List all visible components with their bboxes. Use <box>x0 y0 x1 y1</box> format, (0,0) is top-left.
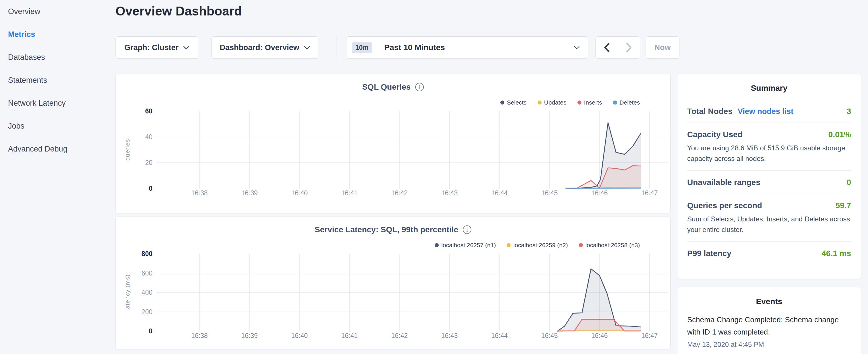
x-tick-label: 16:47 <box>641 189 658 197</box>
summary-heading: Summary <box>687 84 851 93</box>
summary-row: Capacity Used0.01%You are using 28.6 MiB… <box>687 123 851 170</box>
event-message: Schema Change Completed: Schema change w… <box>687 314 851 338</box>
dashboard-dropdown[interactable]: Dashboard: Overview <box>212 36 318 59</box>
view-nodes-list-link[interactable]: View nodes list <box>738 107 794 116</box>
service-latency-plot: 16:3816:3916:4016:4116:4216:4316:4416:45… <box>116 249 671 345</box>
legend-dot-icon <box>435 243 439 247</box>
x-tick-label: 16:41 <box>341 332 358 340</box>
legend-dot-icon <box>578 100 582 104</box>
y-tick-label: 0 <box>149 185 152 192</box>
legend-dot-icon <box>579 243 583 247</box>
time-range-dropdown[interactable]: 10m Past 10 Minutes <box>346 36 588 59</box>
chart-title-row: Service Latency: SQL, 99th percentile i <box>116 225 670 234</box>
summary-label: P99 latency <box>687 249 731 258</box>
summary-label: Capacity Used <box>687 130 743 139</box>
summary-row-top: Queries per second59.7 <box>687 201 851 210</box>
summary-label: Total Nodes <box>687 107 733 116</box>
x-tick-label: 16:40 <box>291 189 308 197</box>
legend-item[interactable]: Inserts <box>578 99 602 106</box>
app-root: OverviewMetricsDatabasesStatementsNetwor… <box>0 0 868 354</box>
service-latency-chart-panel: Service Latency: SQL, 99th percentile i … <box>116 216 671 349</box>
y-tick-label: 600 <box>142 269 152 277</box>
summary-value: 0.01% <box>829 130 851 139</box>
sidebar-item-statements[interactable]: Statements <box>0 69 116 92</box>
summary-value: 46.1 ms <box>822 249 851 258</box>
summary-panel: Summary Total NodesView nodes list3Capac… <box>677 74 861 279</box>
legend-dot-icon <box>613 100 617 104</box>
chart-title: Service Latency: SQL, 99th percentile <box>315 225 458 234</box>
legend-item[interactable]: Updates <box>537 99 566 106</box>
summary-row: Unavailable ranges0 <box>687 170 851 194</box>
sidebar: OverviewMetricsDatabasesStatementsNetwor… <box>0 0 116 354</box>
legend-dot-icon <box>507 243 510 247</box>
sidebar-item-databases[interactable]: Databases <box>0 46 116 69</box>
x-tick-label: 16:43 <box>441 332 458 340</box>
now-button[interactable]: Now <box>646 36 679 59</box>
x-tick-label: 16:42 <box>391 189 408 197</box>
sidebar-item-metrics[interactable]: Metrics <box>0 23 116 46</box>
time-range-label: Past 10 Minutes <box>384 43 445 52</box>
legend-label: Selects <box>507 99 527 106</box>
summary-label: Queries per second <box>687 201 762 210</box>
x-tick-label: 16:45 <box>541 189 558 197</box>
legend-item[interactable]: localhost:26259 (n2) <box>507 242 568 249</box>
chart-legend: localhost:26257 (n1)localhost:26259 (n2)… <box>435 242 640 249</box>
legend-item[interactable]: localhost:26257 (n1) <box>435 242 496 249</box>
summary-value: 0 <box>846 178 851 187</box>
x-tick-label: 16:44 <box>491 332 508 340</box>
sidebar-item-jobs[interactable]: Jobs <box>0 115 116 137</box>
chart-title: SQL Queries <box>362 83 411 92</box>
summary-items: Total NodesView nodes list3Capacity Used… <box>687 100 851 265</box>
time-step-back-button[interactable] <box>596 37 618 58</box>
sql-queries-plot: 16:3816:3916:4016:4116:4216:4316:4416:45… <box>116 106 671 202</box>
x-tick-label: 16:47 <box>641 332 658 340</box>
time-step-forward-button[interactable] <box>618 37 640 58</box>
dashboard-dropdown-label: Dashboard: Overview <box>220 43 300 52</box>
events-heading: Events <box>687 297 851 306</box>
legend-label: Inserts <box>584 99 602 106</box>
y-tick-label: 800 <box>142 250 152 257</box>
summary-row: P99 latency46.1 ms <box>687 242 851 265</box>
legend-label: Deletes <box>620 99 640 106</box>
time-step-button-group <box>595 36 640 59</box>
event-item: Schema Change Completed: Schema change w… <box>687 314 851 349</box>
chevron-down-icon <box>183 46 189 50</box>
events-list: Schema Change Completed: Schema change w… <box>687 314 851 349</box>
summary-value: 3 <box>846 107 851 116</box>
sidebar-item-overview[interactable]: Overview <box>0 0 116 23</box>
event-timestamp: May 13, 2020 at 4:45 PM <box>687 341 851 349</box>
y-axis-title: queries <box>124 139 131 161</box>
x-tick-label: 16:38 <box>191 189 208 197</box>
summary-row: Queries per second59.7Sum of Selects, Up… <box>687 194 851 242</box>
time-range-badge: 10m <box>351 42 372 53</box>
legend-dot-icon <box>537 100 541 104</box>
legend-label: localhost:26259 (n2) <box>513 242 568 249</box>
y-tick-label: 0 <box>149 327 152 335</box>
sidebar-item-network-latency[interactable]: Network Latency <box>0 92 116 115</box>
chevron-left-icon <box>603 42 610 53</box>
sidebar-nav-list: OverviewMetricsDatabasesStatementsNetwor… <box>0 0 116 160</box>
graph-scope-dropdown[interactable]: Graph: Cluster <box>116 36 198 59</box>
x-tick-label: 16:44 <box>491 189 508 197</box>
summary-row-top: P99 latency46.1 ms <box>687 249 851 258</box>
y-tick-label: 60 <box>145 107 152 115</box>
legend-label: Updates <box>544 99 566 106</box>
y-tick-label: 400 <box>142 289 152 296</box>
info-icon[interactable]: i <box>463 225 471 234</box>
events-panel: Events Schema Change Completed: Schema c… <box>677 287 861 354</box>
x-tick-label: 16:45 <box>541 332 558 340</box>
legend-item[interactable]: Deletes <box>613 99 640 106</box>
x-tick-label: 16:40 <box>291 332 308 340</box>
legend-item[interactable]: Selects <box>500 99 527 106</box>
legend-item[interactable]: localhost:26258 (n3) <box>579 242 640 249</box>
sidebar-item-advanced-debug[interactable]: Advanced Debug <box>0 137 116 160</box>
summary-value: 59.7 <box>836 201 851 210</box>
summary-row-top: Total NodesView nodes list3 <box>687 107 851 116</box>
x-tick-label: 16:46 <box>591 332 608 340</box>
info-icon[interactable]: i <box>415 83 424 91</box>
x-tick-label: 16:42 <box>391 332 408 340</box>
toolbar-divider <box>336 36 336 59</box>
summary-description: Sum of Selects, Updates, Inserts, and De… <box>687 214 851 235</box>
chart-legend: SelectsUpdatesInsertsDeletes <box>500 99 640 106</box>
y-axis-title: latency (ms) <box>124 275 131 311</box>
